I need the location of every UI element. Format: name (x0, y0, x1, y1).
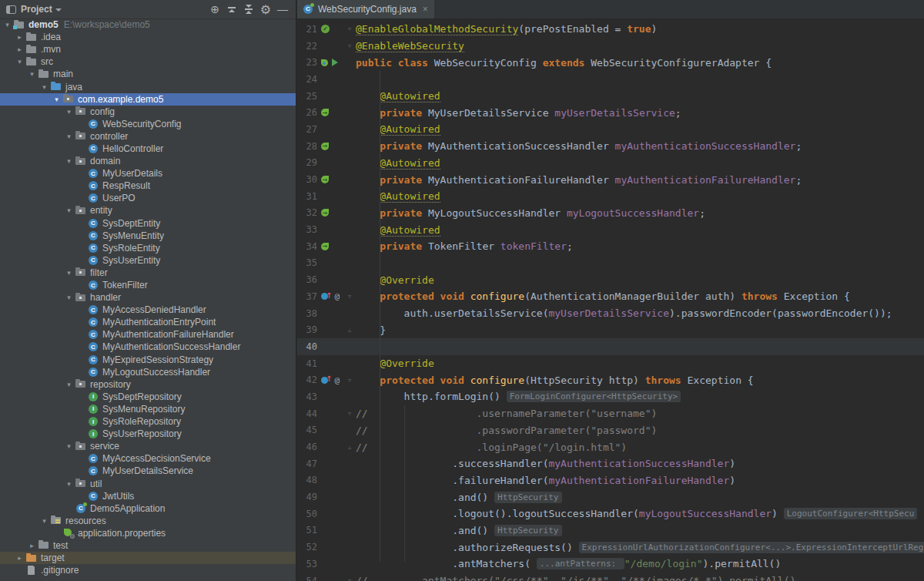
tree-row-handler[interactable]: ▾handler (0, 291, 296, 304)
tree-row-demo5[interactable]: ▾demo5E:\workspace\demo5 (0, 18, 296, 31)
code-line-22[interactable]: 22▿@EnableWebSecurity (297, 38, 924, 55)
locate-icon[interactable]: ⊕ (206, 2, 223, 17)
code-line-47[interactable]: 47 .successHandler(myAuthenticationSucce… (297, 455, 924, 472)
tree-row-websecurityconfig[interactable]: CWebSecurityConfig (0, 118, 296, 130)
fold-marker-icon[interactable]: ▿ (345, 377, 354, 384)
code-line-43[interactable]: 43 http.formLogin() FormLoginConfigurer<… (297, 388, 924, 405)
fold-marker-icon[interactable]: ▿ (345, 410, 354, 417)
chevron-down-icon[interactable]: ▾ (65, 269, 73, 277)
tree-row-entity[interactable]: ▾entity (0, 204, 296, 217)
project-tree[interactable]: ▾demo5E:\workspace\demo5▸.idea▸.mvn▾src▾… (0, 18, 296, 581)
tree-row-java[interactable]: ▾java (0, 80, 296, 92)
tree-row-sysuserrepository[interactable]: ISysUserRepository (0, 428, 296, 440)
code-line-41[interactable]: 41 @Override (297, 355, 924, 372)
tree-row-sysroleentity[interactable]: CSysRoleEntity (0, 242, 296, 254)
code-line-32[interactable]: 32→ private MyLogoutSuccessHandler myLog… (297, 205, 924, 222)
expand-all-icon[interactable] (223, 2, 240, 17)
tree-row-myauthenticationfailurehandler[interactable]: CMyAuthenticationFailureHandler (0, 328, 296, 341)
spring-security-icon[interactable]: ✓ (319, 25, 345, 33)
code-editor[interactable]: 21✓▿@EnableGlobalMethodSecurity(prePostE… (297, 19, 924, 581)
tree-row-repository[interactable]: ▾repository (0, 378, 296, 391)
code-line-40[interactable]: 40 (297, 338, 924, 355)
tree-row-sysdeptrepository[interactable]: ISysDeptRepository (0, 391, 296, 403)
code-line-39[interactable]: 39▵ } (297, 321, 924, 338)
fold-marker-icon[interactable]: ▿ (345, 293, 354, 300)
tree-row-respresult[interactable]: CRespResult (0, 180, 296, 192)
code-line-24[interactable]: 24 (297, 71, 924, 88)
collapse-all-icon[interactable] (240, 2, 257, 17)
tree-row-jwtutils[interactable]: CJwtUtils (0, 490, 296, 502)
code-line-53[interactable]: 53 .antMatchers( ...antPatterns: "/demo/… (297, 556, 924, 573)
chevron-down-icon[interactable]: ▾ (28, 70, 36, 78)
code-line-54[interactable]: 54▿// .antMatchers("/css/**", "/js/**", … (297, 573, 924, 581)
tree-row-userpo[interactable]: CUserPO (0, 192, 296, 204)
tree-row-target[interactable]: ▸target (0, 552, 296, 564)
tree-row-util[interactable]: ▾util (0, 477, 296, 489)
override-annotated-icon[interactable]: ↑@ (319, 375, 345, 385)
fold-marker-icon[interactable]: ▿ (345, 42, 354, 49)
code-line-21[interactable]: 21✓▿@EnableGlobalMethodSecurity(prePostE… (297, 21, 924, 38)
code-line-33[interactable]: 33 @Autowired (297, 221, 924, 238)
autowired-icon[interactable]: → (319, 243, 345, 250)
chevron-down-icon[interactable]: ▾ (40, 517, 49, 525)
tree-row--gitignore[interactable]: .gitignore (0, 564, 296, 576)
chevron-down-icon[interactable]: ▾ (65, 207, 73, 214)
code-line-27[interactable]: 27 @Autowired (297, 121, 924, 138)
chevron-down-icon[interactable]: ▾ (52, 96, 61, 103)
chevron-down-icon[interactable]: ▾ (65, 294, 73, 301)
code-line-49[interactable]: 49 .and() HttpSecurity (297, 489, 924, 505)
tree-row-mylogoutsuccesshandler[interactable]: CMyLogoutSuccessHandler (0, 366, 296, 378)
autowired-icon[interactable]: → (319, 176, 345, 183)
tree-row-src[interactable]: ▾src (0, 55, 296, 68)
chevron-down-icon[interactable]: ▾ (65, 442, 73, 450)
chevron-right-icon[interactable]: ▸ (28, 542, 36, 549)
tree-row-myuserdetailsservice[interactable]: CMyUserDetailsService (0, 465, 296, 477)
autowired-icon[interactable]: → (319, 143, 345, 150)
tree-row-sysmenurepository[interactable]: ISysMenuRepository (0, 403, 296, 415)
hide-icon[interactable]: — (274, 2, 291, 17)
tree-row-application-properties[interactable]: application.properties (0, 527, 296, 539)
code-line-23[interactable]: 23public class WebSecurityConfig extends… (297, 54, 924, 71)
chevron-down-icon[interactable]: ▾ (65, 133, 73, 140)
chevron-down-icon[interactable]: ▾ (15, 58, 24, 65)
spring-bean-run-icon[interactable] (319, 59, 345, 66)
chevron-down-icon[interactable]: ▾ (40, 83, 49, 91)
tree-row-sysrolerepository[interactable]: ISysRoleRepository (0, 415, 296, 428)
chevron-down-icon[interactable] (55, 8, 62, 12)
tree-row-myaccessdecisionservice[interactable]: CMyAccessDecisionService (0, 452, 296, 465)
chevron-down-icon[interactable]: ▾ (65, 480, 73, 488)
chevron-down-icon[interactable]: ▾ (3, 21, 12, 29)
override-annotated-icon[interactable]: ↑@ (319, 291, 345, 301)
chevron-down-icon[interactable]: ▾ (65, 381, 73, 388)
tree-row-service[interactable]: ▾service (0, 440, 296, 452)
code-line-30[interactable]: 30→ private MyAuthenticationFailureHandl… (297, 171, 924, 188)
tree-row-myauthenticationsuccesshandler[interactable]: CMyAuthenticationSuccessHandler (0, 341, 296, 353)
fold-marker-icon[interactable]: ▿ (345, 577, 354, 581)
settings-icon[interactable]: ⚙ (257, 2, 274, 17)
tree-row--idea[interactable]: ▸.idea (0, 31, 296, 43)
tree-row-tokenfilter[interactable]: CTokenFilter (0, 279, 296, 291)
code-line-29[interactable]: 29 @Autowired (297, 155, 924, 172)
fold-marker-icon[interactable]: ▿ (345, 25, 354, 32)
close-icon[interactable]: × (423, 4, 428, 15)
code-line-36[interactable]: 36 @Override (297, 271, 924, 288)
tree-row-sysmenuentity[interactable]: CSysMenuEntity (0, 230, 296, 242)
tree-row-config[interactable]: ▾config (0, 106, 296, 118)
code-line-25[interactable]: 25 @Autowired (297, 88, 924, 105)
code-line-26[interactable]: 26→ private MyUserDetailsService myUserD… (297, 104, 924, 121)
tree-row-demo5application[interactable]: CDemo5Application (0, 502, 296, 515)
code-line-38[interactable]: 38 auth.userDetailsService(myUserDetails… (297, 305, 924, 322)
chevron-down-icon[interactable]: ▾ (65, 157, 73, 165)
tree-row-main[interactable]: ▾main (0, 68, 296, 80)
code-line-52[interactable]: 52 .authorizeRequests() ExpressionUrlAut… (297, 539, 924, 556)
tree-row-myaccessdeniedhandler[interactable]: CMyAccessDeniedHandler (0, 304, 296, 316)
chevron-right-icon[interactable]: ▸ (15, 33, 24, 41)
tree-row-sysuserentity[interactable]: CSysUserEntity (0, 254, 296, 267)
code-line-45[interactable]: 45// .passwordParameter("password") (297, 422, 924, 439)
chevron-right-icon[interactable]: ▸ (15, 554, 24, 562)
tab-websecurityconfig[interactable]: C WebSecurityConfig.java × (297, 0, 434, 18)
tree-row-com-example-demo5[interactable]: ▾com.example.demo5 (0, 93, 296, 106)
autowired-icon[interactable]: → (319, 209, 345, 217)
code-line-50[interactable]: 50 .logout().logoutSuccessHandler(myLogo… (297, 505, 924, 522)
code-line-28[interactable]: 28→ private MyAuthenticationSuccessHandl… (297, 138, 924, 155)
